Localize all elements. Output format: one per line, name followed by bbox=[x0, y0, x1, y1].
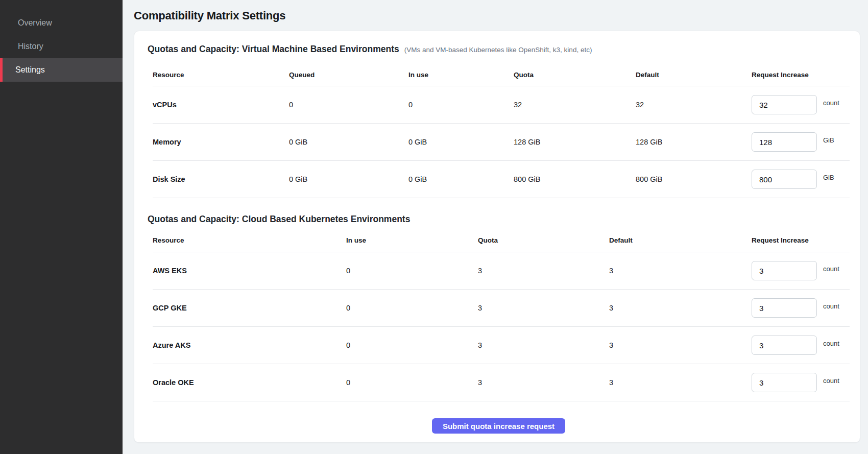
column-header: Resource bbox=[153, 236, 346, 244]
cell-quota: 32 bbox=[514, 101, 636, 109]
cell-resource: Disk Size bbox=[153, 175, 289, 183]
table-row: vCPUs003232count bbox=[153, 86, 850, 124]
request-increase-input[interactable] bbox=[752, 95, 817, 114]
cell-queued: 0 GiB bbox=[289, 138, 408, 146]
table-row: Azure AKS033count bbox=[153, 327, 850, 364]
cell-in-use: 0 bbox=[346, 378, 478, 387]
column-header: Default bbox=[636, 71, 752, 79]
k8s-section-header: Quotas and Capacity: Cloud Based Kuberne… bbox=[148, 213, 850, 225]
cell-resource: Oracle OKE bbox=[153, 378, 346, 387]
cell-in-use: 0 GiB bbox=[408, 175, 514, 183]
table-row: Memory0 GiB0 GiB128 GiB128 GiBGiB bbox=[153, 124, 850, 161]
cell-default: 3 bbox=[609, 341, 752, 349]
cell-in-use: 0 bbox=[346, 304, 478, 312]
sidebar-item-label: Settings bbox=[15, 65, 45, 75]
sidebar: OverviewHistorySettings bbox=[0, 0, 123, 454]
vm-quota-table: ResourceQueuedIn useQuotaDefaultRequest … bbox=[148, 64, 850, 198]
cell-default: 128 GiB bbox=[636, 138, 752, 146]
table-row: Disk Size0 GiB0 GiB800 GiB800 GiBGiB bbox=[153, 161, 850, 198]
request-increase-input[interactable] bbox=[752, 170, 817, 189]
cell-resource: AWS EKS bbox=[153, 267, 346, 275]
table-row: AWS EKS033count bbox=[153, 252, 850, 290]
vm-section-title: Quotas and Capacity: Virtual Machine Bas… bbox=[148, 43, 399, 55]
cell-resource: Memory bbox=[153, 138, 289, 146]
request-increase-input[interactable] bbox=[752, 373, 817, 392]
request-increase-input[interactable] bbox=[752, 132, 817, 152]
sidebar-nav: OverviewHistorySettings bbox=[0, 11, 123, 82]
column-header: Queued bbox=[289, 71, 408, 79]
request-increase-input[interactable] bbox=[752, 261, 817, 280]
sidebar-item-settings[interactable]: Settings bbox=[0, 58, 123, 82]
column-header: Resource bbox=[153, 71, 289, 79]
column-header: Quota bbox=[514, 71, 636, 79]
request-increase-cell: count bbox=[752, 95, 850, 114]
sidebar-item-label: Overview bbox=[18, 18, 52, 28]
cell-quota: 3 bbox=[478, 341, 609, 349]
unit-label: count bbox=[823, 265, 839, 273]
cell-quota: 800 GiB bbox=[514, 175, 636, 183]
table-row: GCP GKE033count bbox=[153, 290, 850, 327]
request-increase-input[interactable] bbox=[752, 336, 817, 355]
vm-section-subtitle: (VMs and VM-based Kubernetes like OpenSh… bbox=[404, 46, 592, 54]
cell-quota: 3 bbox=[478, 267, 609, 275]
cell-default: 3 bbox=[609, 304, 752, 312]
submit-button-row: Submit quota increase request bbox=[148, 418, 850, 434]
sidebar-item-history[interactable]: History bbox=[0, 35, 123, 58]
cell-quota: 3 bbox=[478, 304, 609, 312]
unit-label: count bbox=[823, 302, 839, 310]
sidebar-item-label: History bbox=[18, 42, 43, 51]
unit-label: count bbox=[823, 340, 839, 347]
unit-label: GiB bbox=[823, 174, 834, 181]
sidebar-item-overview[interactable]: Overview bbox=[0, 11, 123, 35]
cell-in-use: 0 GiB bbox=[408, 138, 514, 146]
column-header: In use bbox=[408, 71, 514, 79]
request-increase-cell: GiB bbox=[752, 132, 850, 152]
cell-in-use: 0 bbox=[408, 101, 514, 109]
vm-table-header-row: ResourceQueuedIn useQuotaDefaultRequest … bbox=[153, 64, 850, 86]
table-row: Oracle OKE033count bbox=[153, 364, 850, 401]
cell-default: 800 GiB bbox=[636, 175, 752, 183]
cell-queued: 0 GiB bbox=[289, 175, 408, 183]
unit-label: count bbox=[823, 99, 839, 107]
cell-default: 3 bbox=[609, 267, 752, 275]
settings-card: Quotas and Capacity: Virtual Machine Bas… bbox=[134, 31, 860, 443]
cell-quota: 128 GiB bbox=[514, 138, 636, 146]
main-content: Compatibility Matrix Settings Quotas and… bbox=[123, 0, 868, 454]
column-header: Request Increase bbox=[752, 71, 850, 79]
k8s-section-title: Quotas and Capacity: Cloud Based Kuberne… bbox=[148, 213, 410, 225]
column-header: Quota bbox=[478, 236, 609, 244]
column-header: Request Increase bbox=[752, 236, 850, 244]
vm-section-header: Quotas and Capacity: Virtual Machine Bas… bbox=[148, 43, 850, 55]
cell-default: 32 bbox=[636, 101, 752, 109]
submit-quota-increase-button[interactable]: Submit quota increase request bbox=[432, 418, 565, 434]
request-increase-cell: count bbox=[752, 373, 850, 392]
column-header: Default bbox=[609, 236, 752, 244]
cell-resource: Azure AKS bbox=[153, 341, 346, 349]
request-increase-input[interactable] bbox=[752, 298, 817, 318]
cell-in-use: 0 bbox=[346, 341, 478, 349]
cell-resource: GCP GKE bbox=[153, 304, 346, 312]
cell-resource: vCPUs bbox=[153, 101, 289, 109]
k8s-table-body: AWS EKS033countGCP GKE033countAzure AKS0… bbox=[153, 252, 850, 401]
page-title: Compatibility Matrix Settings bbox=[134, 9, 860, 22]
request-increase-cell: count bbox=[752, 298, 850, 318]
cell-queued: 0 bbox=[289, 101, 408, 109]
cell-in-use: 0 bbox=[346, 267, 478, 275]
request-increase-cell: count bbox=[752, 261, 850, 280]
request-increase-cell: GiB bbox=[752, 170, 850, 189]
k8s-table-header-row: ResourceIn useQuotaDefaultRequest Increa… bbox=[153, 229, 850, 252]
cell-quota: 3 bbox=[478, 378, 609, 387]
unit-label: GiB bbox=[823, 136, 834, 144]
cell-default: 3 bbox=[609, 378, 752, 387]
unit-label: count bbox=[823, 377, 839, 385]
column-header: In use bbox=[346, 236, 478, 244]
request-increase-cell: count bbox=[752, 336, 850, 355]
vm-table-body: vCPUs003232countMemory0 GiB0 GiB128 GiB1… bbox=[153, 86, 850, 198]
k8s-quota-table: ResourceIn useQuotaDefaultRequest Increa… bbox=[148, 229, 850, 401]
